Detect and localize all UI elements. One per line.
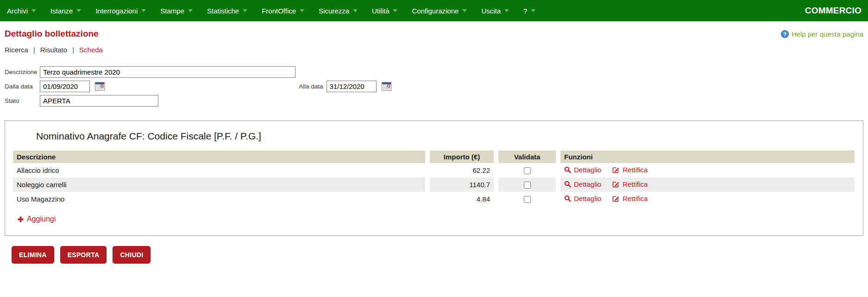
menu-item-statistiche[interactable]: Statistiche: [207, 7, 247, 15]
dettaglio-link[interactable]: Dettaglio: [564, 180, 601, 188]
menu-item-label: Uscita: [481, 7, 501, 15]
menu-item-label: FrontOffice: [262, 7, 296, 15]
aggiungi-label: Aggiungi: [27, 215, 56, 223]
chevron-down-icon: [243, 9, 247, 12]
column-header-4: Funzioni: [560, 151, 855, 163]
edit-icon: [612, 166, 620, 173]
cell-importo: 62.22: [430, 163, 494, 177]
bollettazione-panel: Nominativo Anagrafe CF: Codice Fiscale […: [5, 120, 863, 236]
page-content: Dettaglio bollettazione ? Help per quest…: [0, 29, 868, 264]
breadcrumb-item-ricerca[interactable]: Ricerca: [5, 46, 28, 54]
chevron-down-icon: [531, 9, 535, 12]
search-icon: [564, 181, 571, 188]
column-header-2: Importo (€): [430, 151, 494, 163]
rettifica-link-label: Rettifica: [623, 195, 648, 202]
main-menu: ArchiviIstanzeInterrogazioniStampeStatis…: [7, 7, 550, 15]
menu-item-help[interactable]: ?: [523, 7, 535, 15]
chevron-down-icon: [393, 9, 397, 12]
menu-item-archivi[interactable]: Archivi: [7, 7, 36, 15]
alla-data-group: Alla data: [299, 80, 391, 92]
table-row: Allaccio idrico62.22 Dettaglio Rettifica: [13, 163, 855, 177]
rettifica-link-label: Rettifica: [623, 180, 648, 188]
rettifica-link[interactable]: Rettifica: [612, 180, 648, 188]
descrizione-row: Descrizione: [5, 66, 863, 78]
stato-input[interactable]: [40, 95, 158, 107]
descrizione-input[interactable]: [40, 66, 296, 78]
menu-item-utilita[interactable]: Utilità: [372, 7, 398, 15]
descrizione-label: Descrizione: [5, 69, 40, 76]
bollette-table: DescrizioneImporto (€)ValidataFunzioni A…: [8, 151, 859, 206]
menu-item-istanze[interactable]: Istanze: [50, 7, 81, 15]
cell-funzioni: Dettaglio Rettifica: [560, 177, 855, 192]
panel-heading: Nominativo Anagrafe CF: Codice Fiscale […: [36, 131, 863, 142]
edit-icon: [612, 181, 620, 188]
rettifica-link[interactable]: Rettifica: [612, 195, 648, 202]
app-brand: COMMERCIO: [805, 6, 862, 16]
plus-icon: [18, 216, 24, 222]
cell-descrizione: Allaccio idrico: [13, 163, 425, 177]
alla-data-calendar-button[interactable]: [382, 82, 391, 91]
menu-item-label: Stampe: [160, 7, 184, 15]
dalla-data-calendar-button[interactable]: [95, 82, 105, 91]
menu-item-label: ?: [523, 7, 527, 15]
aggiungi-link[interactable]: Aggiungi: [18, 215, 56, 223]
menu-item-frontoffice[interactable]: FrontOffice: [262, 7, 304, 15]
dettaglio-link-label: Dettaglio: [574, 166, 601, 174]
question-circle-icon-slot: ?: [781, 30, 789, 38]
validata-checkbox[interactable]: [524, 182, 531, 189]
dalla-data-input[interactable]: [40, 81, 90, 92]
help-link[interactable]: ? Help per questa pagina: [781, 30, 863, 38]
help-link-label: Help per questa pagina: [792, 30, 863, 38]
menu-item-label: Istanze: [50, 7, 73, 15]
cell-descrizione: Uso Magazzino: [13, 192, 425, 206]
menu-item-interrogazioni[interactable]: Interrogazioni: [95, 7, 146, 15]
menu-item-uscita[interactable]: Uscita: [481, 7, 509, 15]
breadcrumb-separator: |: [33, 46, 35, 54]
validata-checkbox[interactable]: [524, 196, 531, 203]
elimina-button[interactable]: ELIMINA: [12, 246, 54, 264]
cell-funzioni: Dettaglio Rettifica: [560, 192, 855, 206]
validata-checkbox[interactable]: [524, 167, 531, 174]
cell-validata: [498, 177, 556, 192]
chiudi-button[interactable]: CHIUDI: [113, 246, 151, 264]
breadcrumb-item-risultato[interactable]: Risultato: [40, 46, 67, 54]
bottom-actions: ELIMINAESPORTACHIUDI: [12, 246, 863, 264]
column-header-1: Descrizione: [13, 151, 425, 163]
column-header-3: Validata: [498, 151, 556, 163]
dettaglio-link-label: Dettaglio: [574, 180, 601, 188]
rettifica-link[interactable]: Rettifica: [612, 166, 648, 174]
cell-validata: [498, 192, 556, 206]
chevron-down-icon: [300, 9, 304, 12]
stato-row: Stato: [5, 95, 863, 107]
dettaglio-link[interactable]: Dettaglio: [564, 195, 601, 202]
chevron-down-icon: [353, 9, 358, 12]
page-title: Dettaglio bollettazione: [5, 29, 99, 39]
table-body: Allaccio idrico62.22 Dettaglio Rettifica…: [13, 163, 855, 206]
breadcrumb-separator: |: [72, 46, 74, 54]
filter-form: Descrizione Dalla data Alla data: [5, 66, 863, 107]
alla-data-input[interactable]: [327, 81, 377, 92]
breadcrumb-item-scheda[interactable]: Scheda: [79, 46, 103, 54]
dates-row: Dalla data Alla data: [5, 80, 863, 92]
question-circle-icon: ?: [781, 30, 789, 38]
menu-item-label: Interrogazioni: [95, 7, 138, 15]
cell-validata: [498, 163, 556, 177]
menu-item-label: Utilità: [372, 7, 390, 15]
stato-label: Stato: [5, 97, 40, 104]
menu-item-label: Archivi: [7, 7, 28, 15]
menu-item-stampe[interactable]: Stampe: [160, 7, 193, 15]
cell-descrizione: Noleggio carrelli: [13, 177, 425, 192]
menu-item-label: Sicurezza: [319, 7, 349, 15]
cell-importo: 4.84: [430, 192, 494, 206]
esporta-button[interactable]: ESPORTA: [60, 246, 107, 264]
menu-item-configurazione[interactable]: Configurazione: [412, 7, 467, 15]
table-header-row: DescrizioneImporto (€)ValidataFunzioni: [13, 151, 855, 163]
dettaglio-link[interactable]: Dettaglio: [564, 166, 601, 174]
menu-item-label: Configurazione: [412, 7, 459, 15]
chevron-down-icon: [504, 9, 509, 12]
svg-text:?: ?: [783, 31, 786, 37]
top-menubar: ArchiviIstanzeInterrogazioniStampeStatis…: [0, 0, 868, 21]
menu-item-sicurezza[interactable]: Sicurezza: [319, 7, 358, 15]
search-icon: [564, 195, 571, 202]
calendar-icon: [95, 82, 105, 91]
